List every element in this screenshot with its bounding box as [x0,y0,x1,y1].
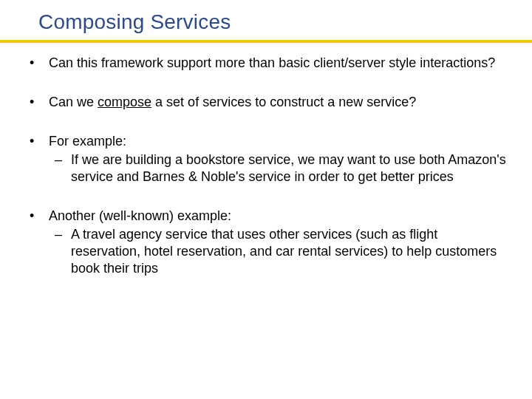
sub-bullet-text: If we are building a bookstore service, … [71,152,506,184]
bullet-item: Can we compose a set of services to cons… [25,94,507,111]
bullet-text-post: a set of services to construct a new ser… [151,95,416,109]
bullet-text: Can this framework support more than bas… [49,55,495,70]
bullet-list: Can this framework support more than bas… [25,55,507,277]
bullet-item: Can this framework support more than bas… [25,55,507,72]
bullet-text: For example: [49,134,126,149]
sub-bullet-item: A travel agency service that uses other … [49,226,507,277]
title-underline-bar [0,40,532,43]
sub-bullet-list: If we are building a bookstore service, … [49,151,507,185]
bullet-text: Another (well-known) example: [49,208,231,223]
bullet-text-underlined: compose [98,95,151,109]
sub-bullet-list: A travel agency service that uses other … [49,226,507,277]
bullet-item: Another (well-known) example: A travel a… [25,208,507,277]
sub-bullet-text: A travel agency service that uses other … [71,227,497,276]
sub-bullet-item: If we are building a bookstore service, … [49,151,507,185]
slide-title: Composing Services [38,10,231,34]
slide-content: Can this framework support more than bas… [25,55,507,299]
bullet-item: For example: If we are building a bookst… [25,133,507,185]
bullet-text-pre: Can we [49,95,98,109]
slide: Composing Services Can this framework su… [0,0,532,399]
